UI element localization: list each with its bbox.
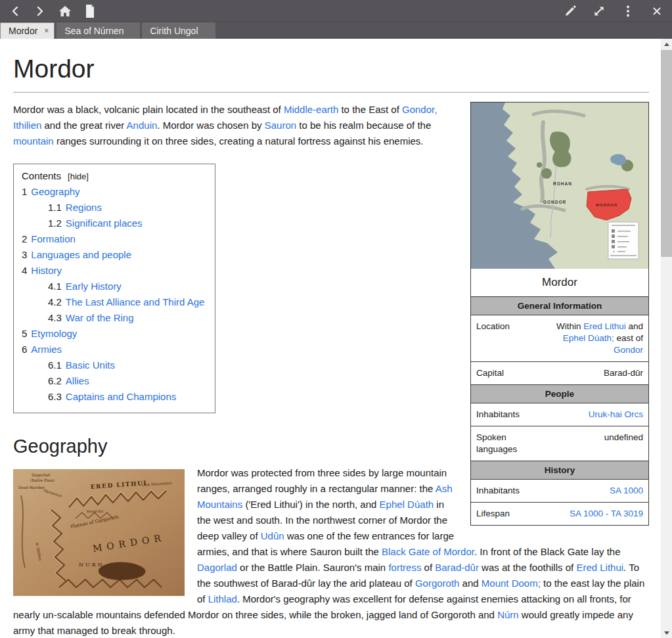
toc-link[interactable]: Early History [66, 281, 122, 292]
infobox-section-history: History [471, 461, 648, 480]
toc-link[interactable]: Basic Units [66, 359, 115, 371]
geography-map-image[interactable]: Dagorlad (Battle Plain) Dead Marshes Mor… [13, 469, 185, 596]
forward-button[interactable] [33, 4, 47, 18]
wiki-link[interactable]: Sauron [265, 120, 296, 131]
app-window: Mordor × Sea of Núrnen Cirith Ungol Mord… [0, 0, 672, 638]
toc-link[interactable]: Geography [31, 186, 79, 197]
close-window-button[interactable] [650, 4, 664, 18]
toc-number: 6.3 [48, 391, 62, 402]
toc-item: 2Formation [22, 231, 204, 247]
toc-number: 4.1 [48, 281, 62, 292]
toc-link[interactable]: Captains and Champions [66, 391, 176, 402]
wiki-link[interactable]: Uruk-hai [589, 409, 622, 419]
wiki-link[interactable]: Udûn [261, 530, 284, 541]
kebab-menu-icon [626, 5, 630, 18]
infobox-row-history-inhabitants: Inhabitants SA 1000 [471, 480, 648, 503]
svg-text:ROHAN: ROHAN [553, 181, 572, 186]
wiki-link[interactable]: Dagorlad [197, 562, 237, 573]
wiki-link[interactable]: Mount Doom; [482, 578, 541, 589]
toc-link[interactable]: Allies [66, 375, 89, 386]
scroll-down-button[interactable] [661, 627, 672, 638]
tab-label: Mordor [9, 26, 37, 36]
toc-number: 4.2 [48, 296, 62, 308]
more-options-button[interactable] [621, 4, 635, 18]
toc-link[interactable]: Etymology [31, 328, 77, 339]
infobox-row-inhabitants: Inhabitants Uruk-hai Orcs [471, 403, 648, 426]
toc-number: 6 [22, 344, 27, 355]
infobox: ROHAN GONDOR MORDOR [470, 102, 649, 526]
scroll-up-button[interactable] [661, 39, 672, 49]
wiki-link[interactable]: Anduin [127, 120, 158, 131]
toc-link[interactable]: Formation [31, 233, 76, 244]
wiki-link[interactable]: Núrn [497, 609, 519, 620]
wiki-link[interactable]: Ephel Dúath [380, 499, 434, 510]
wiki-link[interactable]: Ered Lithui [576, 562, 623, 573]
toc-link[interactable]: History [31, 265, 62, 276]
wiki-link[interactable]: Gondor, [402, 104, 437, 115]
svg-text:(Battle Plain): (Battle Plain) [30, 478, 55, 482]
toolbar [0, 0, 672, 22]
resize-diagonal-icon [593, 5, 606, 18]
toc-number: 6.1 [48, 359, 62, 371]
toc-item: 6Armies [22, 342, 204, 357]
wiki-link[interactable]: mountain [13, 135, 54, 147]
toc-item: 6.3Captains and Champions [22, 389, 204, 405]
wiki-link[interactable]: SA 1000 - TA 3019 [570, 509, 643, 518]
toc-link[interactable]: War of the Ring [66, 312, 134, 323]
toc-hide-toggle[interactable]: [hide] [68, 171, 89, 181]
toc-link[interactable]: Significant places [66, 217, 143, 229]
wiki-link[interactable]: Ered Lithui [583, 321, 626, 331]
infobox-section-people: People [471, 385, 648, 403]
wiki-link[interactable]: Lithlad [208, 593, 237, 604]
svg-text:MORDOR: MORDOR [596, 203, 617, 207]
toc-item: 1Geography [22, 184, 204, 200]
back-button[interactable] [8, 4, 22, 18]
toc-item: 4.3War of the Ring [22, 310, 204, 326]
home-button[interactable] [58, 4, 72, 18]
toc-item: 6.1Basic Units [22, 357, 204, 373]
wiki-link[interactable]: Ithilien [13, 120, 41, 131]
wiki-link[interactable]: Gondor [614, 345, 643, 355]
tab-label: Cirith Ungol [150, 26, 198, 36]
chevron-right-icon [35, 6, 45, 16]
toc-link[interactable]: Regions [66, 202, 102, 213]
svg-text:Dead Marshes: Dead Marshes [18, 486, 45, 490]
svg-text:GONDOR: GONDOR [543, 200, 566, 204]
toc-link[interactable]: The Last Alliance and Third Age [66, 296, 205, 308]
infobox-caption: Mordor [471, 269, 648, 296]
toc-item: 4.2The Last Alliance and Third Age [22, 294, 204, 310]
triangle-down-icon [664, 631, 669, 635]
tab-close-icon[interactable]: × [44, 26, 49, 35]
toc-number: 1.1 [48, 202, 62, 213]
article-view: Mordor [0, 39, 672, 638]
wiki-link[interactable]: Barad-dûr [435, 562, 479, 573]
svg-text:NURN: NURN [79, 562, 104, 568]
tab-sea-of-nurnen[interactable]: Sea of Núrnen [56, 22, 140, 39]
wiki-link[interactable]: Middle-earth [284, 104, 338, 115]
wiki-link[interactable]: SA 1000 [610, 486, 643, 495]
new-page-button[interactable] [83, 4, 97, 18]
tab-cirith-ungol[interactable]: Cirith Ungol [142, 22, 215, 39]
wiki-link[interactable]: Black Gate of Mordor [382, 546, 474, 557]
triangle-up-icon [664, 43, 669, 46]
document-icon [84, 4, 96, 18]
scrollbar[interactable] [661, 39, 672, 638]
map-legend [608, 222, 638, 259]
toc-link[interactable]: Armies [31, 344, 62, 355]
scrollbar-thumb[interactable] [661, 50, 672, 257]
expand-button[interactable] [592, 4, 606, 18]
wiki-link[interactable]: Ephel Dúath; [563, 333, 614, 343]
toc-number: 6.2 [48, 375, 62, 386]
wiki-link[interactable]: fortress [388, 562, 421, 573]
toc-item: 1.2Significant places [22, 216, 204, 231]
chevron-left-icon [11, 6, 20, 16]
wiki-link[interactable]: Orcs [625, 409, 644, 419]
toc-number: 1 [22, 186, 27, 197]
tab-mordor[interactable]: Mordor × [0, 22, 55, 39]
region-map-image[interactable]: ROHAN GONDOR MORDOR [471, 103, 648, 269]
wiki-link[interactable]: Gorgoroth [415, 578, 460, 589]
edit-button[interactable] [563, 4, 577, 18]
toc-number: 5 [22, 328, 27, 339]
toc-item: 4.1Early History [22, 279, 204, 294]
toc-link[interactable]: Languages and people [31, 249, 131, 260]
